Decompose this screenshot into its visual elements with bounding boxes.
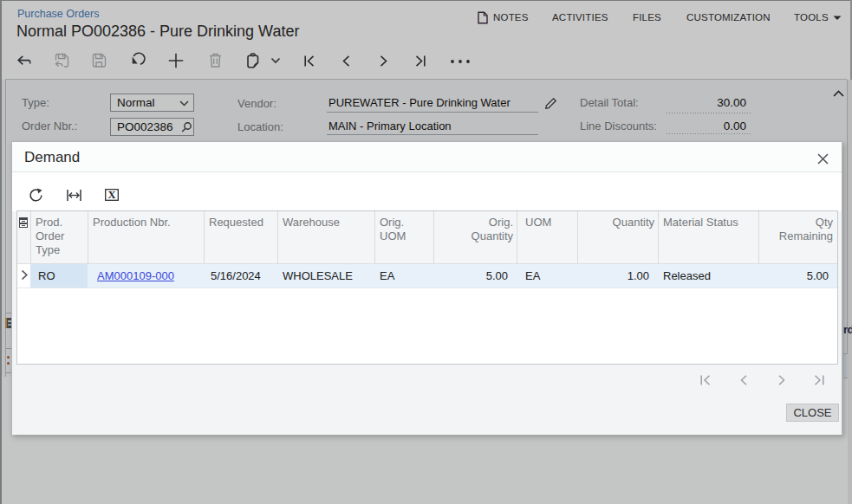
- svg-text:X: X: [107, 189, 115, 201]
